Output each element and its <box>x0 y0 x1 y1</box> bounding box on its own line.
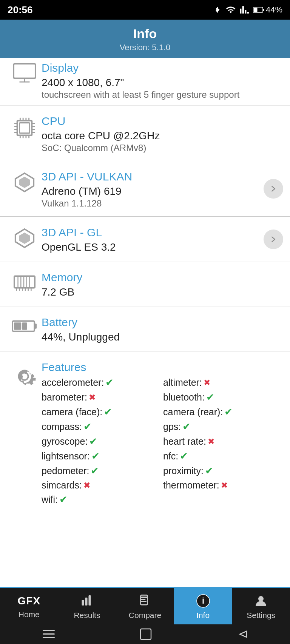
nav-info[interactable]: i Info <box>174 588 232 624</box>
battery-title: Battery <box>42 316 281 329</box>
nav-settings[interactable]: Settings <box>232 588 290 624</box>
svg-rect-1 <box>263 9 264 11</box>
cpu-icon <box>13 116 36 140</box>
features-section: Features accelerometer:✔ altimeter:✖ bar… <box>0 352 290 513</box>
battery-icon-area <box>8 316 42 335</box>
display-icon <box>13 63 36 83</box>
svg-rect-51 <box>140 601 146 602</box>
bluetooth-icon <box>214 5 222 15</box>
home-icon[interactable] <box>140 628 152 640</box>
nav-results[interactable]: Results <box>58 588 116 624</box>
status-right: 44% <box>214 5 282 15</box>
display-sub: touchscreen with at least 5 finger gestu… <box>42 89 281 100</box>
gl-chevron-button[interactable] <box>264 230 283 249</box>
vulkan-title: 3D API - VULKAN <box>42 170 281 183</box>
cpu-value: octa core CPU @2.2GHz <box>42 130 281 142</box>
display-content: Display 2400 x 1080, 6.7" touchscreen wi… <box>42 62 281 100</box>
time: 20:56 <box>8 4 33 16</box>
app-version: Version: 5.1.0 <box>4 43 286 52</box>
nav-compare[interactable]: Compare <box>116 588 174 624</box>
battery-status: 44% <box>253 5 282 15</box>
gl-title: 3D API - GL <box>42 226 281 239</box>
3d-api-gl-icon <box>14 228 35 249</box>
svg-rect-8 <box>19 123 29 133</box>
feature-gps: gps:✔ <box>163 421 281 433</box>
display-title: Display <box>42 62 281 74</box>
chevron-right-icon <box>269 235 278 243</box>
svg-rect-3 <box>14 64 35 79</box>
svg-rect-2 <box>253 8 257 12</box>
vulkan-content: 3D API - VULKAN Adreno (TM) 619 Vulkan 1… <box>42 170 281 209</box>
vulkan-chevron-button[interactable] <box>264 179 283 199</box>
features-grid: accelerometer:✔ altimeter:✖ barometer:✖ … <box>42 377 281 505</box>
svg-rect-42 <box>34 324 37 329</box>
feature-lightsensor: lightsensor:✔ <box>42 450 159 462</box>
wifi-icon <box>226 5 236 15</box>
svg-rect-55 <box>43 630 55 631</box>
feature-camera-rear: camera (rear):✔ <box>163 406 281 418</box>
chevron-right-icon <box>269 185 278 193</box>
memory-title: Memory <box>42 271 281 284</box>
back-icon[interactable] <box>236 628 248 640</box>
feature-simcards: simcards:✖ <box>42 480 159 491</box>
svg-point-54 <box>258 596 264 601</box>
svg-text:i: i <box>202 596 204 605</box>
memory-content: Memory 7.2 GB <box>42 271 281 299</box>
nav-home[interactable]: GFX Home <box>0 588 58 624</box>
compare-icon <box>139 594 151 608</box>
svg-marker-59 <box>240 631 247 637</box>
feature-gyroscope: gyroscope:✔ <box>42 436 159 447</box>
gl-icon-area <box>8 226 42 249</box>
features-title: Features <box>42 361 281 374</box>
results-icon <box>80 594 94 608</box>
svg-rect-43 <box>14 322 21 330</box>
svg-rect-47 <box>89 595 91 605</box>
gear-icon <box>13 365 36 388</box>
vulkan-value: Adreno (TM) 619 <box>42 185 281 197</box>
gl-content: 3D API - GL OpenGL ES 3.2 <box>42 226 281 254</box>
cpu-sub: SoC: Qualcomm (ARMv8) <box>42 143 281 153</box>
features-icon-area <box>8 361 42 388</box>
feature-wifi: wifi:✔ <box>42 494 159 505</box>
cpu-section: CPU octa core CPU @2.2GHz SoC: Qualcomm … <box>0 106 290 161</box>
svg-rect-57 <box>43 637 55 638</box>
menu-icon[interactable] <box>42 629 56 640</box>
cpu-icon-area <box>8 115 42 140</box>
nav-info-label: Info <box>196 611 210 620</box>
feature-compass: compass:✔ <box>42 421 159 433</box>
feature-camera-face: camera (face):✔ <box>42 406 159 418</box>
feature-nfc: nfc:✔ <box>163 450 281 462</box>
android-nav-bar <box>0 624 290 644</box>
display-section: Display 2400 x 1080, 6.7" touchscreen wi… <box>0 58 290 106</box>
nav-home-label: Home <box>19 610 40 619</box>
nav-settings-label: Settings <box>247 611 275 620</box>
battery-icon <box>253 6 264 14</box>
feature-altimeter: altimeter:✖ <box>163 377 281 388</box>
3d-api-vulkan-icon <box>14 172 35 193</box>
cpu-title: CPU <box>42 115 281 128</box>
svg-marker-26 <box>19 177 30 188</box>
feature-heart-rate: heart rate:✖ <box>163 436 281 447</box>
battery-percent: 44% <box>266 5 282 15</box>
gfx-logo: GFX <box>18 595 41 607</box>
svg-rect-50 <box>140 599 145 600</box>
app-title: Info <box>4 26 286 41</box>
info-nav-icon: i <box>196 594 210 608</box>
status-bar: 20:56 44% <box>0 0 290 20</box>
battery-content: Battery 44%, Unplugged <box>42 316 281 344</box>
memory-section: Memory 7.2 GB <box>0 262 290 307</box>
svg-rect-46 <box>85 598 88 605</box>
memory-value: 7.2 GB <box>42 286 281 298</box>
memory-icon-area <box>8 271 42 292</box>
svg-rect-44 <box>22 322 27 330</box>
vulkan-icon-area <box>8 170 42 193</box>
battery-section-icon <box>12 317 37 335</box>
battery-value: 44%, Unplugged <box>42 331 281 343</box>
vulkan-section: 3D API - VULKAN Adreno (TM) 619 Vulkan 1… <box>0 161 290 217</box>
memory-icon <box>13 273 36 292</box>
nav-results-label: Results <box>74 611 100 620</box>
gl-section: 3D API - GL OpenGL ES 3.2 <box>0 217 290 262</box>
svg-marker-28 <box>19 233 30 244</box>
svg-rect-45 <box>82 600 84 605</box>
signal-icon <box>239 5 249 15</box>
